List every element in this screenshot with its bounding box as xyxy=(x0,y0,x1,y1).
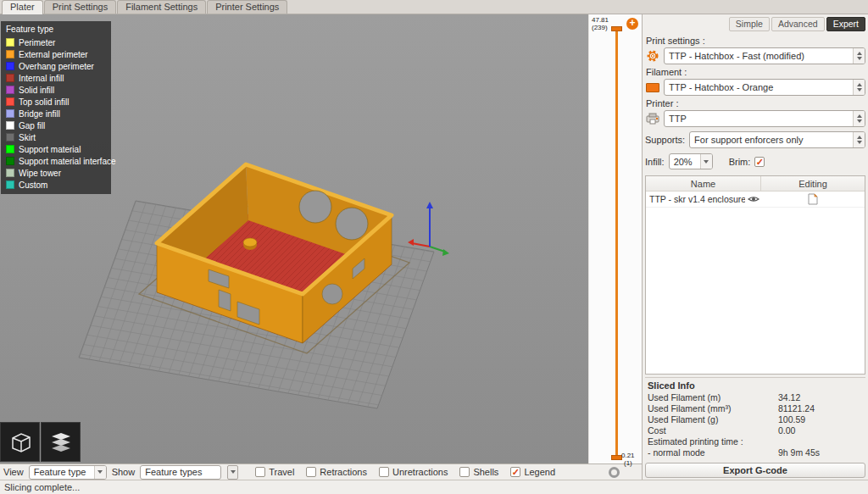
legend-checkbox[interactable]: ✓ xyxy=(510,467,520,477)
brim-label: Brim: xyxy=(729,157,751,167)
sliced-info-row: Used Filament (mm³)81121.24 xyxy=(646,403,865,414)
floor-standoff xyxy=(243,238,257,250)
mode-expert-button[interactable]: Expert xyxy=(826,17,865,31)
chevron-down-icon xyxy=(94,466,106,479)
layers-icon xyxy=(47,429,75,456)
infill-value: 20% xyxy=(670,157,700,167)
travel-checkbox-group: Travel xyxy=(255,467,294,477)
show-label: Show xyxy=(112,467,136,477)
filament-color-icon xyxy=(645,83,660,92)
legend-item: Custom xyxy=(1,179,111,191)
legend-item: Skirt xyxy=(1,131,111,143)
view-select[interactable]: Feature type xyxy=(29,465,107,480)
viewport-3d[interactable]: Feature type Perimeter External perimete… xyxy=(0,14,588,463)
printer-icon xyxy=(645,113,660,125)
objects-table-header: Name Editing xyxy=(646,176,865,191)
shells-checkbox-label: Shells xyxy=(473,467,498,477)
edit-object-icon[interactable] xyxy=(808,193,818,205)
legend-color-swatch xyxy=(6,109,14,118)
legend-item: External perimeter xyxy=(1,48,111,60)
layer-slider-bottom-value: 0.21 xyxy=(621,452,635,459)
legend-item: Perimeter xyxy=(1,36,111,48)
legend-item-label: Skirt xyxy=(19,133,36,142)
unretractions-checkbox-label: Unretractions xyxy=(392,467,448,477)
legend-item: Bridge infill xyxy=(1,108,111,119)
wall-hole-circle xyxy=(336,208,368,240)
sliced-info-row: - normal mode9h 9m 45s xyxy=(646,447,865,458)
legend-item-label: External perimeter xyxy=(19,50,88,59)
sliced-info-row: Used Filament (m)34.12 xyxy=(646,392,865,403)
legend-checkbox-group: ✓ Legend xyxy=(510,467,555,477)
legend-color-swatch xyxy=(6,86,14,94)
sliced-info-row: Used Filament (g)100.59 xyxy=(646,414,865,425)
legend-item: Internal infill xyxy=(1,72,111,84)
spinner-arrows-icon xyxy=(853,111,865,126)
feature-type-legend: Feature type Perimeter External perimete… xyxy=(1,21,111,194)
legend-color-swatch xyxy=(6,169,14,177)
show-select-dropdown-button[interactable] xyxy=(227,465,238,480)
print-settings-select[interactable]: TTP - Hatchbox - Fast (modified) xyxy=(664,47,865,64)
column-header-name[interactable]: Name xyxy=(646,176,761,191)
layer-slider-top-layer: (239) xyxy=(592,24,608,31)
legend-color-swatch xyxy=(6,62,14,70)
filament-swatch xyxy=(646,83,659,92)
sliced-info-row: Cost0.00 xyxy=(646,425,865,436)
retractions-checkbox[interactable] xyxy=(306,467,316,477)
legend-item-label: Gap fill xyxy=(19,121,45,130)
legend-item: Support material xyxy=(1,143,111,155)
tab-print-settings[interactable]: Print Settings xyxy=(44,0,116,14)
printer-select[interactable]: TTP xyxy=(664,110,865,127)
filament-select[interactable]: TTP - Hatchbox - Orange xyxy=(664,79,865,96)
visibility-eye-icon[interactable] xyxy=(748,195,760,203)
export-gcode-button[interactable]: Export G-code xyxy=(645,463,865,478)
legend-item-label: Solid infill xyxy=(19,86,54,95)
show-select[interactable]: Feature types xyxy=(140,465,221,480)
table-row[interactable]: TTP - skr v1.4 enclosure.stl xyxy=(646,191,865,208)
show-select-value: Feature types xyxy=(141,467,220,477)
legend-color-swatch xyxy=(6,145,14,153)
status-bar: Slicing complete... xyxy=(0,480,868,494)
legend-item: Top solid infill xyxy=(1,96,111,108)
single-layer-mode-button[interactable] xyxy=(609,467,620,478)
mode-advanced-button[interactable]: Advanced xyxy=(771,17,825,31)
column-header-editing[interactable]: Editing xyxy=(761,176,865,191)
layer-slider-handle-top[interactable] xyxy=(611,26,622,31)
infill-select[interactable]: 20% xyxy=(669,153,713,169)
legend-color-swatch xyxy=(6,38,14,47)
view-select-value: Feature type xyxy=(30,467,94,477)
tab-filament-settings[interactable]: Filament Settings xyxy=(117,0,206,14)
layers-preview-button[interactable] xyxy=(41,422,81,462)
brim-checkbox[interactable]: ✓ xyxy=(754,157,765,167)
shells-checkbox-group: Shells xyxy=(459,467,498,477)
retractions-checkbox-group: Retractions xyxy=(306,467,367,477)
legend-item-label: Internal infill xyxy=(19,74,64,83)
travel-checkbox-label: Travel xyxy=(269,467,294,477)
layer-slider-track[interactable] xyxy=(615,26,618,460)
wall-hole-circle xyxy=(299,191,331,223)
unretractions-checkbox[interactable] xyxy=(379,467,389,477)
sliced-info-title: Sliced Info xyxy=(646,380,865,392)
view-3d-button[interactable] xyxy=(0,422,40,462)
settings-panel: Simple Advanced Expert Print settings : … xyxy=(642,14,868,480)
cube-icon xyxy=(7,429,34,456)
mode-simple-button[interactable]: Simple xyxy=(729,17,770,31)
printer-label: Printer : xyxy=(645,97,865,110)
shells-checkbox[interactable] xyxy=(459,467,470,477)
travel-checkbox[interactable] xyxy=(255,467,265,477)
layer-slider-panel: 47.81 (239) + 0.21 (1) xyxy=(588,14,642,463)
legend-color-swatch xyxy=(6,133,14,142)
mode-buttons: Simple Advanced Expert xyxy=(645,16,865,34)
supports-select[interactable]: For support enforcers only xyxy=(689,131,865,148)
supports-label: Supports: xyxy=(645,135,685,145)
legend-checkbox-label: Legend xyxy=(524,467,555,477)
wall-hole-circle xyxy=(322,284,342,304)
infill-label: Infill: xyxy=(645,157,665,167)
tab-printer-settings[interactable]: Printer Settings xyxy=(207,0,287,14)
sliced-info: Sliced Info Used Filament (m)34.12 Used … xyxy=(645,377,865,460)
tab-plater[interactable]: Plater xyxy=(2,0,43,14)
objects-table: Name Editing TTP - skr v1.4 enclosure.st… xyxy=(645,175,865,375)
layer-slider-top-value: 47.81 xyxy=(592,16,609,24)
legend-item: Support material interface xyxy=(1,155,111,167)
add-layer-range-button[interactable]: + xyxy=(626,18,638,30)
chevron-down-icon xyxy=(700,154,712,169)
